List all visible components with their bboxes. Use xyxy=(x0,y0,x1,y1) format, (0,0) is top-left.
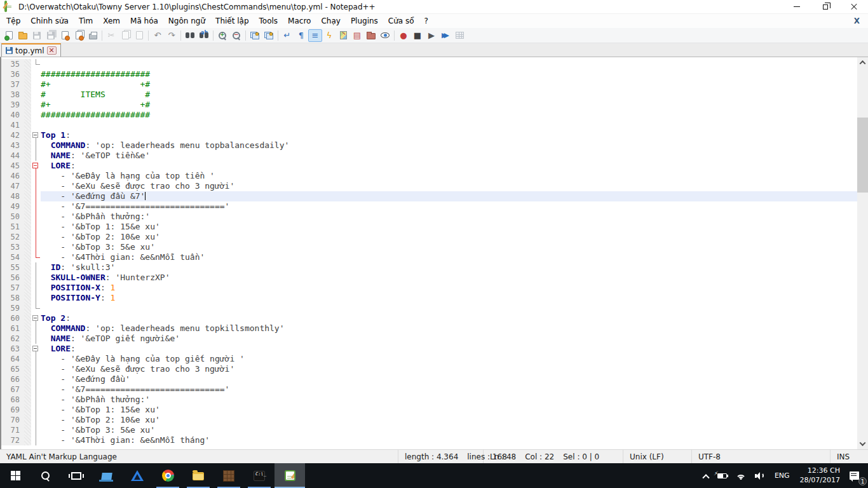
action-center-icon[interactable]: 1 xyxy=(845,463,868,488)
line-number: 65 xyxy=(1,364,24,374)
word-wrap-icon[interactable]: ↵ xyxy=(280,29,294,42)
copy-icon[interactable] xyxy=(118,29,132,42)
scroll-down-arrow[interactable] xyxy=(857,438,868,449)
menu-view[interactable]: Xem xyxy=(98,15,125,27)
save-all-icon[interactable] xyxy=(44,29,58,42)
file-explorer-button[interactable] xyxy=(183,463,214,488)
tray-chevron-up-icon[interactable] xyxy=(699,463,713,488)
zoom-in-icon[interactable]: + xyxy=(215,29,229,42)
doc-type-label: YAML Ain't Markup Language xyxy=(0,450,398,463)
code-line-35: 35 xyxy=(1,59,857,69)
menu-tools[interactable]: Tools xyxy=(254,15,283,27)
fold-margin xyxy=(31,69,41,79)
line-number: 48 xyxy=(1,191,24,201)
monitoring-eye-icon[interactable] xyxy=(378,29,392,42)
paste-icon[interactable] xyxy=(132,29,146,42)
command-prompt-button[interactable]: C:\_ xyxy=(244,463,275,488)
display-app-button[interactable] xyxy=(92,463,122,488)
indent-guide-icon[interactable]: ≡ xyxy=(308,29,322,42)
code-text: - '&7============================' xyxy=(41,201,857,212)
code-line-46: 46 - '&eĐây là hạng của top tiền ' xyxy=(1,171,857,181)
macro-save-icon[interactable] xyxy=(452,29,466,42)
function-list-icon[interactable]: ϟ xyxy=(322,29,336,42)
blue-triangle-app-button[interactable] xyxy=(122,463,153,488)
zoom-out-icon[interactable]: − xyxy=(229,29,243,42)
code-text: COMMAND: 'op: leaderheads menu topbalanc… xyxy=(41,140,857,151)
macro-record-icon[interactable]: ● xyxy=(397,29,410,42)
vertical-scrollbar[interactable] xyxy=(857,57,868,449)
battery-icon[interactable] xyxy=(713,463,731,488)
print-icon[interactable] xyxy=(86,29,100,42)
code-line-62: 62 NAME: '&eTOP giết người&e' xyxy=(1,334,857,344)
minecraft-button[interactable] xyxy=(214,463,244,488)
close-button[interactable] xyxy=(839,0,868,13)
search-button[interactable] xyxy=(31,463,61,488)
code-line-57: 57 POSITION-X: 1 xyxy=(1,283,857,293)
notepad-plus-plus-button[interactable] xyxy=(275,463,305,488)
wifi-icon[interactable] xyxy=(731,463,750,488)
fold-margin xyxy=(31,59,41,69)
macro-stop-icon[interactable]: ■ xyxy=(410,29,424,42)
fold-margin[interactable] xyxy=(31,344,41,354)
find-icon[interactable] xyxy=(183,29,197,42)
menu-plugins[interactable]: Plugins xyxy=(346,15,383,27)
code-line-40: 40###################### xyxy=(1,110,857,120)
scrollbar-thumb[interactable] xyxy=(857,118,868,193)
menu-file[interactable]: Tệp xyxy=(1,15,25,27)
macro-run-multi-icon[interactable]: ▶▶ xyxy=(438,29,452,42)
line-number: 36 xyxy=(1,69,24,79)
eol-format-label[interactable]: Unix (LF) xyxy=(623,450,692,463)
menu-settings[interactable]: Thiết lập xyxy=(210,15,254,27)
save-icon[interactable] xyxy=(30,29,44,42)
fold-margin[interactable] xyxy=(31,161,41,171)
encoding-label[interactable]: UTF-8 xyxy=(692,450,831,463)
language-indicator[interactable]: ENG xyxy=(770,463,795,488)
new-file-icon[interactable] xyxy=(2,29,16,42)
code-view[interactable]: 3536######################37#+ +#38# ITE… xyxy=(1,57,857,449)
menu-encoding[interactable]: Mã hóa xyxy=(125,15,163,27)
close-document-x[interactable]: X xyxy=(851,15,863,27)
show-all-chars-icon[interactable]: ¶ xyxy=(294,29,308,42)
macro-play-icon[interactable]: ▶ xyxy=(424,29,438,42)
task-view-button[interactable] xyxy=(61,463,92,488)
redo-icon[interactable]: ↷ xyxy=(165,29,179,42)
close-all-icon[interactable] xyxy=(72,29,86,42)
clock[interactable]: 12:36 CH 28/07/2017 xyxy=(795,463,845,488)
sync-horizontal-icon[interactable] xyxy=(262,29,276,42)
sync-vertical-icon[interactable] xyxy=(248,29,262,42)
tab-close-icon[interactable]: ✕ xyxy=(47,46,57,55)
code-text: - '&bTop 2: 10&e xu' xyxy=(41,232,857,242)
menu-help[interactable]: ? xyxy=(419,15,433,27)
fold-margin[interactable] xyxy=(31,313,41,323)
menu-edit[interactable]: Chỉnh sửa xyxy=(25,15,74,27)
doc-switcher-icon[interactable]: ▤ xyxy=(350,29,364,42)
cut-icon[interactable]: ✂ xyxy=(104,29,118,42)
minimize-button[interactable] xyxy=(782,0,811,13)
fold-margin xyxy=(31,110,41,120)
doc-map-icon[interactable] xyxy=(336,29,350,42)
scroll-up-arrow[interactable] xyxy=(857,57,868,68)
start-button[interactable] xyxy=(0,463,31,488)
chrome-button[interactable] xyxy=(153,463,183,488)
fold-margin[interactable] xyxy=(31,130,41,140)
open-icon[interactable] xyxy=(16,29,30,42)
menu-search[interactable]: Tìm xyxy=(74,15,98,27)
undo-icon[interactable]: ↶ xyxy=(151,29,165,42)
tab-top-yml[interactable]: top.yml ✕ xyxy=(1,43,61,57)
menu-window[interactable]: Cửa sổ xyxy=(383,15,419,27)
code-text: - '&bTop 3: 5&e xu' xyxy=(41,242,857,252)
line-number: 60 xyxy=(1,313,24,323)
restore-button[interactable] xyxy=(811,0,839,13)
close-doc-icon[interactable] xyxy=(58,29,72,42)
insert-mode-label[interactable]: INS xyxy=(831,450,868,463)
menu-run[interactable]: Chạy xyxy=(316,15,345,27)
replace-icon[interactable]: ab xyxy=(197,29,211,42)
menu-language[interactable]: Ngôn ngữ xyxy=(163,15,210,27)
editor-area[interactable]: 3536######################37#+ +#38# ITE… xyxy=(0,57,868,449)
volume-icon[interactable] xyxy=(750,463,770,488)
menu-bar: TệpChỉnh sửaTìmXemMã hóaNgôn ngữThiết lậ… xyxy=(0,14,868,28)
line-number: 37 xyxy=(1,79,24,90)
chrome-icon xyxy=(162,470,174,482)
folder-workspace-icon[interactable] xyxy=(364,29,378,42)
menu-macro[interactable]: Macro xyxy=(283,15,316,27)
